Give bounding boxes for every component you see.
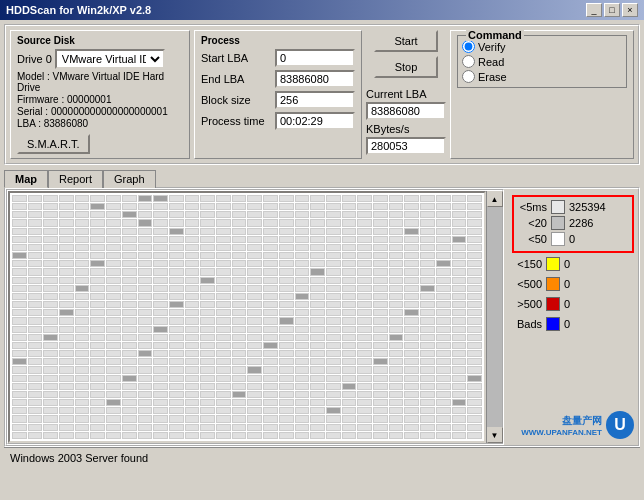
map-cell — [389, 432, 404, 439]
map-cell — [232, 342, 247, 349]
scroll-track[interactable] — [487, 207, 502, 427]
map-cell — [326, 342, 341, 349]
map-cell — [310, 211, 325, 218]
map-cell — [122, 432, 137, 439]
map-cell — [232, 293, 247, 300]
controls-panel: Start Stop Current LBA KBytes/s — [366, 30, 446, 159]
command-radio-group: Verify Read Erase — [462, 40, 622, 83]
map-cell — [200, 334, 215, 341]
map-cell — [12, 228, 27, 235]
start-button[interactable]: Start — [374, 30, 438, 52]
map-cell — [452, 219, 467, 226]
tab-graph[interactable]: Graph — [103, 170, 156, 188]
map-cell — [310, 391, 325, 398]
map-cell — [43, 203, 58, 210]
block-size-input[interactable] — [275, 91, 355, 109]
map-cell — [232, 252, 247, 259]
start-lba-input[interactable]: 0 — [275, 49, 355, 67]
map-cell — [216, 350, 231, 357]
watermark: 盘量产网 WWW.UPANFAN.NET U — [512, 411, 634, 439]
tab-map[interactable]: Map — [4, 170, 48, 188]
smart-button[interactable]: S.M.A.R.T. — [17, 134, 90, 154]
maximize-button[interactable]: □ — [604, 3, 620, 17]
kbytes-input[interactable] — [366, 137, 446, 155]
map-cell — [389, 383, 404, 390]
lt50ms-color-box — [551, 232, 565, 246]
scroll-down-button[interactable]: ▼ — [487, 427, 503, 443]
read-radio-label[interactable]: Read — [462, 55, 622, 68]
map-cell — [295, 383, 310, 390]
map-cell — [122, 358, 137, 365]
minimize-button[interactable]: _ — [586, 3, 602, 17]
erase-radio[interactable] — [462, 70, 475, 83]
bads-color-box — [546, 317, 560, 331]
map-cell — [43, 301, 58, 308]
map-cell — [342, 317, 357, 324]
map-cell — [232, 358, 247, 365]
map-cell — [138, 326, 153, 333]
map-cell — [263, 424, 278, 431]
map-cell — [452, 342, 467, 349]
map-cell — [436, 391, 451, 398]
scroll-up-button[interactable]: ▲ — [487, 191, 503, 207]
tab-report[interactable]: Report — [48, 170, 103, 188]
map-cell — [357, 195, 372, 202]
map-cell — [247, 244, 262, 251]
map-cell — [326, 301, 341, 308]
end-lba-input[interactable] — [275, 70, 355, 88]
map-cell — [138, 309, 153, 316]
map-cell — [279, 219, 294, 226]
map-cell — [310, 293, 325, 300]
map-cell — [138, 244, 153, 251]
map-cell — [169, 309, 184, 316]
process-time-input[interactable] — [275, 112, 355, 130]
model-info: Model : VMware Virtual IDE Hard Drive — [17, 71, 183, 93]
map-cell — [216, 195, 231, 202]
verify-radio[interactable] — [462, 40, 475, 53]
map-cell — [200, 228, 215, 235]
map-cell — [420, 350, 435, 357]
map-cell — [247, 277, 262, 284]
map-cell — [90, 415, 105, 422]
map-cell — [263, 317, 278, 324]
map-cell — [169, 383, 184, 390]
map-cell — [467, 236, 482, 243]
map-cell — [436, 252, 451, 259]
map-cell — [452, 203, 467, 210]
verify-radio-label[interactable]: Verify — [462, 40, 622, 53]
current-lba-input[interactable] — [366, 102, 446, 120]
block-size-label: Block size — [201, 94, 271, 106]
erase-radio-label[interactable]: Erase — [462, 70, 622, 83]
map-cell — [59, 219, 74, 226]
map-cell — [404, 326, 419, 333]
stop-button[interactable]: Stop — [374, 56, 438, 78]
map-cell — [43, 277, 58, 284]
block-size-row: Block size — [201, 91, 355, 109]
bottom-section: ▲ ▼ <5ms 325394 <20 2286 <50 — [4, 187, 640, 447]
map-cell — [373, 252, 388, 259]
lt500ms-color-box — [546, 277, 560, 291]
map-cell — [467, 407, 482, 414]
map-cell — [185, 236, 200, 243]
map-canvas — [8, 191, 486, 443]
map-cell — [389, 277, 404, 284]
map-cell — [436, 211, 451, 218]
map-cell — [75, 407, 90, 414]
map-cell — [404, 293, 419, 300]
map-cell — [75, 236, 90, 243]
map-cell — [279, 326, 294, 333]
map-cell — [43, 391, 58, 398]
read-radio[interactable] — [462, 55, 475, 68]
map-cell — [185, 293, 200, 300]
map-cell — [59, 277, 74, 284]
bads-label: Bads — [512, 318, 542, 330]
map-cell — [467, 228, 482, 235]
map-cell — [467, 301, 482, 308]
map-cell — [90, 195, 105, 202]
map-cell — [90, 399, 105, 406]
map-cell — [90, 407, 105, 414]
map-cell — [169, 407, 184, 414]
map-cell — [232, 309, 247, 316]
drive-select[interactable]: VMware Virtual IDE H — [55, 49, 165, 69]
close-button[interactable]: × — [622, 3, 638, 17]
